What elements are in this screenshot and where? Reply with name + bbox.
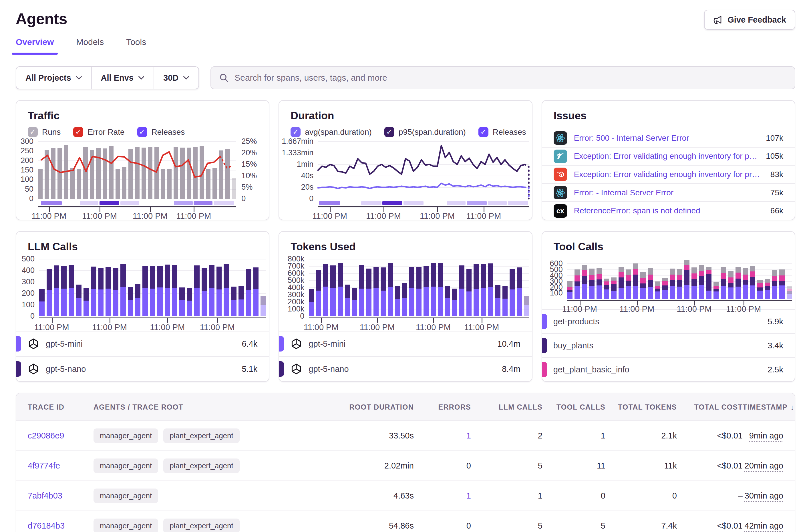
release-band[interactable] xyxy=(194,201,213,205)
bar xyxy=(216,267,222,316)
tab-tools[interactable]: Tools xyxy=(126,37,146,54)
x-axis xyxy=(567,300,792,303)
trace-id-link[interactable]: 7abf4b03 xyxy=(28,491,62,501)
legend-row-gpt-5-nano[interactable]: gpt-5-nano 5.1k xyxy=(16,356,269,381)
trace-id-link[interactable]: d76184b3 xyxy=(28,521,65,531)
issue-link[interactable]: ReferenceError: span is not defined xyxy=(574,206,700,215)
bar-segment xyxy=(488,263,493,287)
legend-row-gpt-5-mini[interactable]: gpt-5-mini 10.4m xyxy=(279,331,532,356)
bar-segment xyxy=(261,296,266,305)
release-band[interactable] xyxy=(382,201,402,205)
col-llm-calls[interactable]: LLM CALLS xyxy=(471,393,542,421)
bar xyxy=(202,268,207,316)
releases-checkbox[interactable]: ✓Releases xyxy=(137,127,185,137)
errors-cell[interactable]: 1 xyxy=(414,421,471,451)
bar-segment xyxy=(604,282,609,285)
release-band[interactable] xyxy=(488,201,507,205)
bar-segment xyxy=(589,269,595,275)
timestamp-cell[interactable]: 20min ago xyxy=(745,461,783,471)
bar-segment xyxy=(246,269,251,290)
col-timestamp[interactable]: TIMESTAMP ↓ xyxy=(743,393,795,421)
trace-id-link[interactable]: c29086e9 xyxy=(28,431,64,440)
bar-segment xyxy=(83,301,89,316)
issue-row[interactable]: Error: 500 - Internal Server Error 107k xyxy=(542,129,795,147)
release-band[interactable] xyxy=(447,201,465,205)
x-tick-label: 11:00 PM xyxy=(200,323,235,332)
bar xyxy=(309,289,314,316)
releases-checkbox[interactable]: ✓Releases xyxy=(478,127,526,137)
legend-row-gpt-5-mini[interactable]: gpt-5-mini 6.4k xyxy=(16,331,269,356)
timestamp-cell[interactable]: 30min ago xyxy=(745,491,783,501)
bar-segment xyxy=(416,289,422,317)
checkbox-check-icon: ✓ xyxy=(478,127,488,137)
col-tool-calls[interactable]: TOOL CALLS xyxy=(542,393,606,421)
col-root-duration[interactable]: ROOT DURATION xyxy=(319,393,414,421)
p95-duration-checkbox[interactable]: ✓p95(span.duration) xyxy=(384,127,466,137)
y-tick-label: 400 xyxy=(22,266,35,275)
bar-segment xyxy=(743,280,748,284)
release-band[interactable] xyxy=(467,201,487,205)
bar-segment xyxy=(216,289,222,316)
trace-id-link[interactable]: 4f9774fe xyxy=(28,461,60,471)
bar-segment xyxy=(202,291,207,316)
legend-row-buy-plants[interactable]: buy_plants 3.4k xyxy=(542,333,795,357)
errors-cell[interactable]: 1 xyxy=(414,481,471,511)
issue-link[interactable]: Exception: Error validating enough inven… xyxy=(574,152,759,161)
search-input[interactable]: Search for spans, users, tags, and more xyxy=(211,66,795,89)
col-errors[interactable]: ERRORS xyxy=(414,393,471,421)
col-agents-trace-root[interactable]: AGENTS / TRACE ROOT xyxy=(93,393,319,421)
bar xyxy=(416,267,422,316)
error-rate-checkbox[interactable]: ✓Error Rate xyxy=(73,127,124,137)
release-band[interactable] xyxy=(361,201,381,205)
model-value: 5.1k xyxy=(242,364,258,374)
y-tick-label: 600 xyxy=(550,259,563,268)
legend-row-get-plant-basic-info[interactable]: get_plant_basic_info 2.5k xyxy=(542,357,795,381)
bar xyxy=(83,288,89,316)
release-band[interactable] xyxy=(403,201,424,205)
release-band[interactable] xyxy=(120,201,139,205)
bar xyxy=(231,287,236,316)
col-trace-id[interactable]: TRACE ID xyxy=(16,393,93,421)
timestamp-cell[interactable]: 9min ago xyxy=(749,431,783,440)
envs-filter[interactable]: All Envs xyxy=(92,67,154,89)
issue-row[interactable]: Exception: Error validating enough inven… xyxy=(542,147,795,165)
search-icon xyxy=(219,73,229,83)
y-tick-label: 100 xyxy=(20,175,33,184)
bar xyxy=(677,269,682,299)
issue-row[interactable]: Exception: Error validating enough inven… xyxy=(542,165,795,183)
date-range-filter[interactable]: 30D xyxy=(154,67,198,89)
release-band[interactable] xyxy=(508,201,528,205)
issue-link[interactable]: Exception: Error validating enough inven… xyxy=(574,170,764,179)
release-band[interactable] xyxy=(174,201,193,205)
top-bar: Agents Give Feedback xyxy=(16,0,795,30)
bar xyxy=(39,289,45,316)
bar-segment xyxy=(142,288,148,316)
bar xyxy=(524,296,529,316)
issue-row[interactable]: Error: - Internal Server Error 75k xyxy=(542,183,795,202)
timestamp-cell[interactable]: 42min ago xyxy=(745,521,783,531)
legend-row-gpt-5-nano[interactable]: gpt-5-nano 8.4m xyxy=(279,356,532,381)
tab-overview[interactable]: Overview xyxy=(16,37,54,54)
tab-models[interactable]: Models xyxy=(76,37,104,54)
bar-segment xyxy=(179,300,185,316)
col-total-tokens[interactable]: TOTAL TOKENS xyxy=(606,393,677,421)
issue-link[interactable]: Error: 500 - Internal Server Error xyxy=(574,134,689,143)
release-band[interactable] xyxy=(100,201,119,205)
total-cost-cell: – xyxy=(677,481,743,511)
avg-duration-checkbox[interactable]: ✓avg(span.duration) xyxy=(291,127,371,137)
runs-checkbox[interactable]: ✓Runs xyxy=(28,127,61,137)
bar xyxy=(575,270,580,299)
release-band[interactable] xyxy=(214,201,234,205)
bar xyxy=(338,263,343,316)
give-feedback-button[interactable]: Give Feedback xyxy=(704,10,795,30)
release-band[interactable] xyxy=(41,201,62,205)
issue-row[interactable]: ex ReferenceError: span is not defined 6… xyxy=(542,201,795,220)
x-axis-tick xyxy=(49,207,50,212)
projects-filter[interactable]: All Projects xyxy=(16,67,92,89)
col-total-cost[interactable]: TOTAL COST xyxy=(677,393,743,421)
y-tick-label-right: 0 xyxy=(241,194,246,203)
issue-link[interactable]: Error: - Internal Server Error xyxy=(574,188,674,197)
release-band[interactable] xyxy=(319,201,340,205)
bar xyxy=(655,282,660,299)
release-band[interactable] xyxy=(80,201,99,205)
